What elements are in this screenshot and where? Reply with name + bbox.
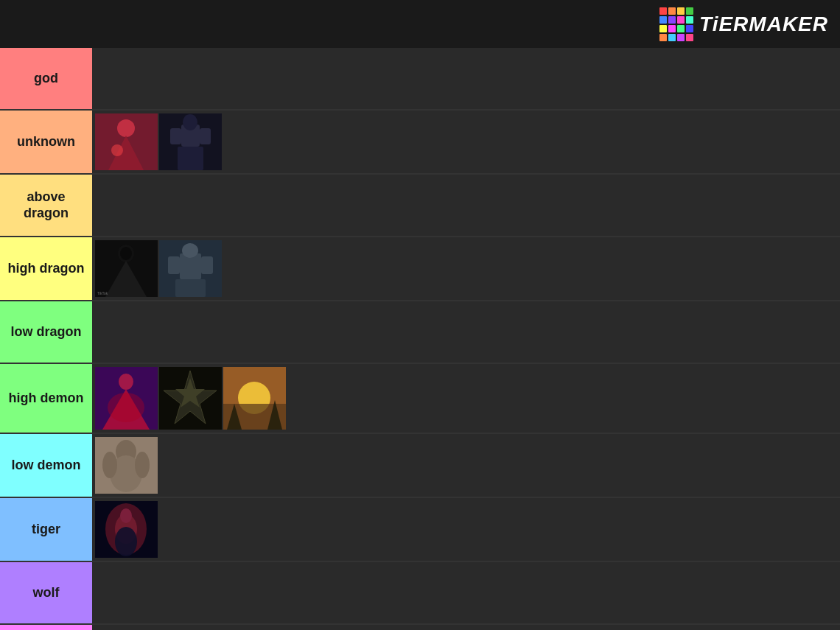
tier-label-low-dragon: low dragon <box>0 301 92 363</box>
svg-rect-50 <box>95 501 158 558</box>
tier-label-wolf: wolf <box>0 562 92 623</box>
list-item: TikTok <box>95 240 158 297</box>
tier-label-tiger: tiger <box>0 498 92 561</box>
list-item <box>159 240 222 297</box>
tier-content-low-demon <box>92 434 840 497</box>
svg-rect-32 <box>159 367 222 430</box>
tier-row-high-dragon: high dragon TikTok <box>0 237 840 301</box>
svg-text:TikTok: TikTok <box>97 291 108 295</box>
list-item <box>159 113 222 170</box>
svg-rect-4 <box>95 113 158 170</box>
tier-content-god <box>92 48 840 109</box>
svg-point-15 <box>120 247 132 260</box>
list-item <box>95 501 158 558</box>
svg-rect-44 <box>95 437 158 494</box>
tier-label-low-demon: low demon <box>0 434 92 497</box>
tier-row-tiger: tiger <box>0 498 840 562</box>
tier-row-unknown: unknown <box>0 111 840 175</box>
tiermaker-logo: TiERMAKER <box>659 7 828 41</box>
tier-content-wolf <box>92 562 840 623</box>
svg-rect-23 <box>159 240 222 297</box>
list-item <box>95 367 158 430</box>
svg-point-28 <box>108 393 144 422</box>
logo-text: TiERMAKER <box>699 13 828 36</box>
logo-grid-icon <box>659 7 693 41</box>
tier-content-tiger <box>92 498 840 561</box>
tier-content-low-dragon <box>92 301 840 363</box>
tier-row-wolf: wolf <box>0 562 840 625</box>
list-item <box>95 113 158 170</box>
tier-row-low-demon: low demon <box>0 434 840 498</box>
tier-row-god: god <box>0 48 840 111</box>
tier-row-low-dragon: low dragon <box>0 301 840 364</box>
tier-content-unknown <box>92 111 840 173</box>
tier-row-nobodies: nobodies <box>0 625 840 630</box>
tier-label-unknown: unknown <box>0 111 92 173</box>
tier-list: god unknown <box>0 48 840 630</box>
tier-content-high-dragon: TikTok <box>92 237 840 300</box>
tier-label-nobodies: nobodies <box>0 625 92 630</box>
list-item <box>159 367 222 430</box>
list-item <box>223 367 286 430</box>
tier-content-nobodies <box>92 625 840 630</box>
list-item <box>95 437 158 494</box>
tier-label-high-demon: high demon <box>0 364 92 433</box>
tier-content-high-demon <box>92 364 840 433</box>
tier-row-above-dragon: abovedragon <box>0 175 840 237</box>
tier-label-high-dragon: high dragon <box>0 237 92 300</box>
tier-label-god: god <box>0 48 92 109</box>
svg-rect-11 <box>159 113 222 170</box>
tier-label-above-dragon: abovedragon <box>0 175 92 236</box>
header: TiERMAKER <box>0 0 840 48</box>
tier-content-above-dragon <box>92 175 840 236</box>
tier-row-high-demon: high demon <box>0 364 840 434</box>
